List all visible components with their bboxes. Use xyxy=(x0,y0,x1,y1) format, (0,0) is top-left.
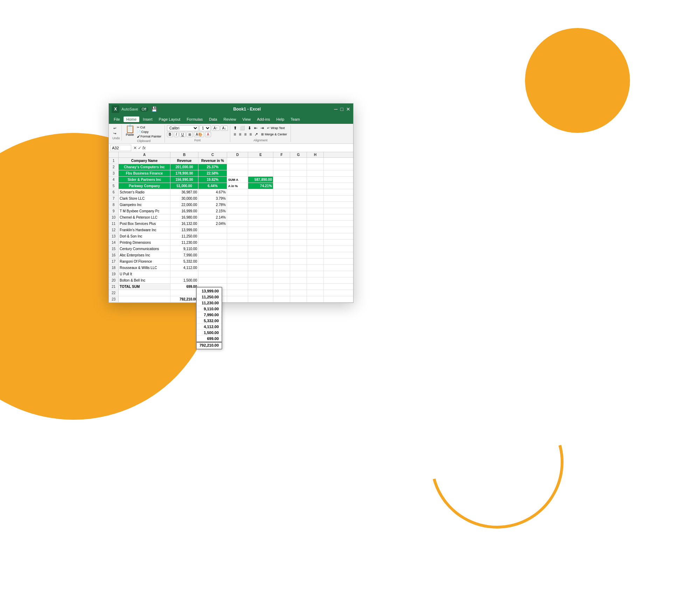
cell-16a[interactable]: Abc Enterprises Inc xyxy=(119,252,170,258)
cell-3g[interactable] xyxy=(290,170,307,176)
cell-2b[interactable]: 201,000.00 xyxy=(170,164,198,170)
cell-10d[interactable] xyxy=(227,214,248,220)
formula-cancel-icon[interactable]: ✕ xyxy=(133,146,137,150)
cell-23f[interactable] xyxy=(273,296,290,302)
col-header-d[interactable]: D xyxy=(227,152,248,157)
cell-10b[interactable]: 16,980.00 xyxy=(170,214,198,220)
cell-15g[interactable] xyxy=(290,246,307,252)
cell-1d[interactable] xyxy=(227,158,248,164)
cell-12c[interactable] xyxy=(198,227,227,233)
cell-9e[interactable] xyxy=(248,208,273,214)
font-size-select[interactable]: 11 xyxy=(200,125,211,131)
cell-18d[interactable] xyxy=(227,265,248,271)
cell-17h[interactable] xyxy=(307,258,324,264)
cell-9h[interactable] xyxy=(307,208,324,214)
cell-5d[interactable]: A in % xyxy=(227,183,248,189)
cell-15f[interactable] xyxy=(273,246,290,252)
cell-20e[interactable] xyxy=(248,277,273,283)
cell-12g[interactable] xyxy=(290,227,307,233)
cell-17b[interactable]: 5,332.00 xyxy=(170,258,198,264)
cell-16f[interactable] xyxy=(273,252,290,258)
cell-14d[interactable] xyxy=(227,240,248,246)
align-top-button[interactable]: ⬆ xyxy=(232,125,238,131)
cell-15b[interactable]: 9,110.00 xyxy=(170,246,198,252)
cell-9c[interactable]: 2.15% xyxy=(198,208,227,214)
cell-22b[interactable] xyxy=(170,290,198,296)
menu-review[interactable]: Review xyxy=(220,116,239,122)
cell-19f[interactable] xyxy=(273,271,290,277)
save-icon[interactable]: 💾 xyxy=(151,106,157,112)
cut-button[interactable]: ✂ Cut xyxy=(136,125,163,129)
cell-10a[interactable]: Chemel & Peterson LLC xyxy=(119,214,170,220)
cell-10g[interactable] xyxy=(290,214,307,220)
cell-7h[interactable] xyxy=(307,196,324,201)
cell-22e[interactable] xyxy=(248,290,273,296)
format-painter-button[interactable]: 🖌 🖌 Format Painter Format Painter xyxy=(136,134,163,139)
cell-18c[interactable] xyxy=(198,265,227,271)
align-right-button[interactable]: ≡ xyxy=(243,132,247,137)
cell-17d[interactable] xyxy=(227,258,248,264)
cell-6g[interactable] xyxy=(290,189,307,195)
cell-7c[interactable]: 3.79% xyxy=(198,196,227,201)
indent-increase-button[interactable]: ⇥ xyxy=(259,125,265,131)
cell-21d[interactable] xyxy=(227,284,248,290)
cell-11b[interactable]: 16,132.00 xyxy=(170,221,198,227)
cell-5g[interactable] xyxy=(290,183,307,189)
col-header-b[interactable]: B xyxy=(170,152,198,157)
text-direction-button[interactable]: ↗ xyxy=(253,132,259,137)
cell-3c[interactable]: 22.58% xyxy=(198,170,227,176)
cell-1h[interactable] xyxy=(307,158,324,164)
cell-16d[interactable] xyxy=(227,252,248,258)
menu-data[interactable]: Data xyxy=(206,116,220,122)
cell-5c[interactable]: 6.44% xyxy=(198,183,227,189)
cell-6c[interactable]: 4.67% xyxy=(198,189,227,195)
col-header-g[interactable]: G xyxy=(290,152,307,157)
cell-5e[interactable]: 74.21% xyxy=(248,183,273,189)
underline-button[interactable]: U xyxy=(180,132,186,137)
font-name-select[interactable]: Calibri xyxy=(167,125,198,131)
cell-15a[interactable]: Century Communications xyxy=(119,246,170,252)
menu-file[interactable]: File xyxy=(111,116,123,122)
cell-19b[interactable] xyxy=(170,271,198,277)
font-shrink-button[interactable]: A↓ xyxy=(220,126,228,131)
cell-14g[interactable] xyxy=(290,240,307,246)
cell-7b[interactable]: 30,000.00 xyxy=(170,196,198,201)
cell-4d[interactable]: SUM A xyxy=(227,177,248,183)
cell-21f[interactable] xyxy=(273,284,290,290)
cell-7g[interactable] xyxy=(290,196,307,201)
cell-12e[interactable] xyxy=(248,227,273,233)
cell-23d[interactable] xyxy=(227,296,248,302)
cell-21a[interactable]: TOTAL SUM xyxy=(119,284,170,290)
col-header-c[interactable]: C xyxy=(198,152,227,157)
cell-9g[interactable] xyxy=(290,208,307,214)
menu-addins[interactable]: Add-ins xyxy=(254,116,273,122)
cell-20g[interactable] xyxy=(290,277,307,283)
cell-11f[interactable] xyxy=(273,221,290,227)
cell-16g[interactable] xyxy=(290,252,307,258)
cell-4f[interactable] xyxy=(273,177,290,183)
cell-3b[interactable]: 178,900.00 xyxy=(170,170,198,176)
cell-5a[interactable]: Parkway Company xyxy=(119,183,170,189)
formula-input[interactable] xyxy=(148,146,352,150)
cell-13h[interactable] xyxy=(307,233,324,239)
cell-4b[interactable]: 156,990.00 xyxy=(170,177,198,183)
align-left-button[interactable]: ≡ xyxy=(232,132,237,137)
cell-2a[interactable]: Chanay's Computers Inc xyxy=(119,164,170,170)
cell-9f[interactable] xyxy=(273,208,290,214)
cell-10e[interactable] xyxy=(248,214,273,220)
cell-19h[interactable] xyxy=(307,271,324,277)
cell-13g[interactable] xyxy=(290,233,307,239)
cell-7f[interactable] xyxy=(273,196,290,201)
cell-5b[interactable]: 51,000.00 xyxy=(170,183,198,189)
cell-20c[interactable] xyxy=(198,277,227,283)
cell-11d[interactable] xyxy=(227,221,248,227)
cell-1g[interactable] xyxy=(290,158,307,164)
cell-23g[interactable] xyxy=(290,296,307,302)
indent-decrease-button[interactable]: ⇤ xyxy=(253,125,259,131)
cell-4a[interactable]: Sider & Partners Inc xyxy=(119,177,170,183)
cell-8c[interactable]: 2.78% xyxy=(198,202,227,208)
cell-9d[interactable] xyxy=(227,208,248,214)
cell-17g[interactable] xyxy=(290,258,307,264)
cell-10h[interactable] xyxy=(307,214,324,220)
cell-21b[interactable]: 699.00 xyxy=(170,284,198,290)
